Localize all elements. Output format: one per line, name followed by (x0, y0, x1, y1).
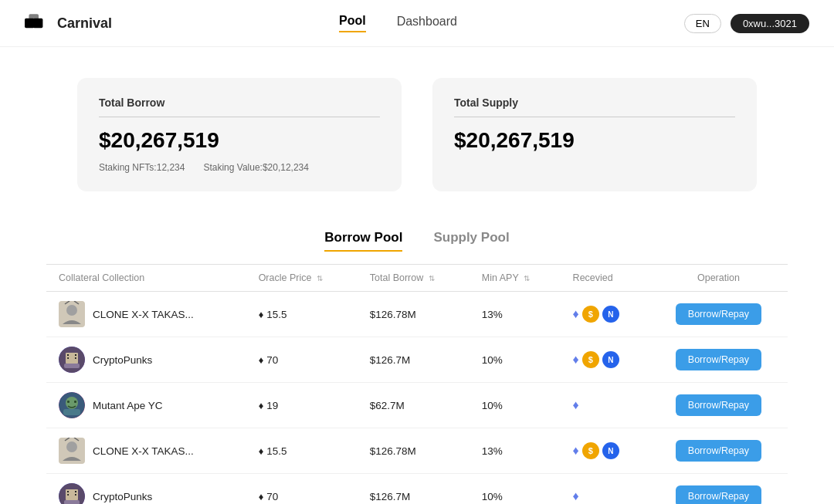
total-supply-card: Total Supply $20,267,519 (432, 78, 757, 191)
cell-total-borrow: $62.7M (358, 383, 470, 428)
svg-rect-16 (67, 401, 70, 403)
price-eth-symbol: ♦ (259, 445, 264, 457)
collection-name: Mutant Ape YC (93, 400, 163, 411)
col-total-borrow[interactable]: Total Borrow ⇅ (358, 265, 470, 292)
min-apy-sort-icon: ⇅ (524, 274, 530, 282)
svg-rect-12 (69, 357, 75, 360)
borrow-repay-button[interactable]: Borrow/Repay (676, 303, 761, 325)
cell-oracle-price: ♦ 15.5 (246, 428, 358, 474)
cell-received: ♦$N (561, 292, 649, 337)
price-value: 15.5 (266, 309, 286, 320)
cell-oracle-price: ♦ 70 (246, 337, 358, 383)
eth-icon: ♦ (573, 398, 579, 412)
logo: Carnival (25, 12, 112, 34)
n-icon: N (602, 351, 619, 368)
total-borrow-meta: Staking NFTs:12,234 Staking Value:$20,12… (99, 162, 380, 173)
eth-icon: ♦ (573, 489, 579, 503)
coin-icon: $ (582, 442, 599, 459)
cell-operation[interactable]: Borrow/Repay (649, 292, 788, 337)
col-min-apy[interactable]: Min APY ⇅ (470, 265, 561, 292)
price-value: 15.5 (266, 445, 286, 457)
cell-min-apy: 10% (470, 474, 561, 505)
table-row: Mutant Ape YC ♦ 19 $62.7M 10% ♦ Borrow/R… (46, 383, 788, 428)
col-oracle-price[interactable]: Oracle Price ⇅ (246, 265, 358, 292)
coin-icon: $ (582, 306, 599, 323)
cell-oracle-price: ♦ 70 (246, 474, 358, 505)
cell-received: ♦$N (561, 428, 649, 474)
svg-rect-13 (64, 364, 80, 368)
col-operation: Operation (649, 265, 788, 292)
coin-icon: $ (582, 351, 599, 368)
pool-table: Collateral Collection Oracle Price ⇅ Tot… (46, 264, 788, 504)
cell-received: ♦ (561, 383, 649, 428)
total-borrow-card: Total Borrow $20,267,519 Staking NFTs:12… (77, 78, 402, 191)
cell-operation[interactable]: Borrow/Repay (649, 383, 788, 428)
cell-received: ♦$N (561, 337, 649, 383)
received-icons: ♦ (573, 489, 637, 503)
price-value: 19 (266, 400, 278, 411)
received-icons: ♦$N (573, 442, 637, 459)
price-eth-symbol: ♦ (259, 400, 264, 411)
staking-nfts-label: Staking NFTs:12,234 (99, 162, 185, 173)
collection-name: CryptoPunks (93, 354, 152, 366)
n-icon: N (602, 442, 619, 459)
table-row: CryptoPunks ♦ 70 $126.7M 10% ♦$N Borrow/… (46, 337, 788, 383)
table-container: Collateral Collection Oracle Price ⇅ Tot… (46, 264, 788, 504)
cell-operation[interactable]: Borrow/Repay (649, 474, 788, 505)
svg-rect-17 (74, 401, 76, 403)
table-row: CLONE X-X TAKAS... ♦ 15.5 $126.78M 13% ♦… (46, 292, 788, 337)
col-collection: Collateral Collection (46, 265, 246, 292)
lang-button[interactable]: EN (684, 14, 721, 33)
svg-rect-26 (75, 491, 76, 492)
svg-rect-2 (33, 19, 43, 29)
cell-collection: CryptoPunks (46, 337, 246, 383)
cell-oracle-price: ♦ 15.5 (246, 292, 358, 337)
collection-name: CLONE X-X TAKAS... (93, 309, 194, 320)
eth-icon: ♦ (573, 444, 579, 458)
svg-rect-10 (75, 354, 76, 356)
table-row: CLONE X-X TAKAS... ♦ 15.5 $126.78M 13% ♦… (46, 428, 788, 474)
cell-operation[interactable]: Borrow/Repay (649, 428, 788, 474)
col-received: Recevied (561, 265, 649, 292)
header: Carnival Pool Dashboard EN 0xwu...3021 (0, 0, 834, 47)
svg-rect-25 (67, 491, 69, 492)
cell-collection: CLONE X-X TAKAS... (46, 428, 246, 474)
price-value: 70 (266, 354, 278, 366)
total-supply-title: Total Supply (454, 96, 735, 117)
eth-icon: ♦ (573, 307, 579, 321)
tab-borrow-pool[interactable]: Borrow Pool (324, 230, 402, 252)
svg-rect-18 (63, 409, 80, 415)
borrow-repay-button[interactable]: Borrow/Repay (676, 440, 761, 462)
cell-collection: CryptoPunks (46, 474, 246, 505)
collection-name: CryptoPunks (93, 491, 152, 502)
stats-row: Total Borrow $20,267,519 Staking NFTs:12… (0, 47, 834, 215)
eth-icon: ♦ (573, 353, 579, 367)
total-borrow-sort-icon: ⇅ (429, 274, 435, 282)
borrow-repay-button[interactable]: Borrow/Repay (676, 394, 761, 416)
tab-supply-pool[interactable]: Supply Pool (433, 230, 509, 252)
n-icon: N (602, 306, 619, 323)
cell-min-apy: 10% (470, 337, 561, 383)
price-eth-symbol: ♦ (259, 309, 264, 320)
table-row: CryptoPunks ♦ 70 $126.7M 10% ♦ Borrow/Re… (46, 474, 788, 505)
wallet-button[interactable]: 0xwu...3021 (731, 14, 809, 33)
svg-rect-28 (69, 494, 75, 497)
nav-pool[interactable]: Pool (339, 14, 366, 32)
received-icons: ♦$N (573, 351, 637, 368)
borrow-repay-button[interactable]: Borrow/Repay (676, 485, 761, 504)
cell-total-borrow: $126.78M (358, 428, 470, 474)
pool-tabs: Borrow Pool Supply Pool (0, 230, 834, 252)
svg-rect-29 (64, 500, 80, 504)
collection-name: CLONE X-X TAKAS... (93, 445, 194, 457)
cell-collection: Mutant Ape YC (46, 383, 246, 428)
header-right: EN 0xwu...3021 (684, 14, 809, 33)
received-icons: ♦ (573, 398, 637, 412)
table-header-row: Collateral Collection Oracle Price ⇅ Tot… (46, 265, 788, 292)
total-borrow-title: Total Borrow (99, 96, 380, 117)
borrow-repay-button[interactable]: Borrow/Repay (676, 349, 761, 370)
cell-total-borrow: $126.7M (358, 337, 470, 383)
price-value: 70 (266, 491, 278, 502)
cell-operation[interactable]: Borrow/Repay (649, 337, 788, 383)
cell-collection: CLONE X-X TAKAS... (46, 292, 246, 337)
nav-dashboard[interactable]: Dashboard (397, 15, 457, 32)
